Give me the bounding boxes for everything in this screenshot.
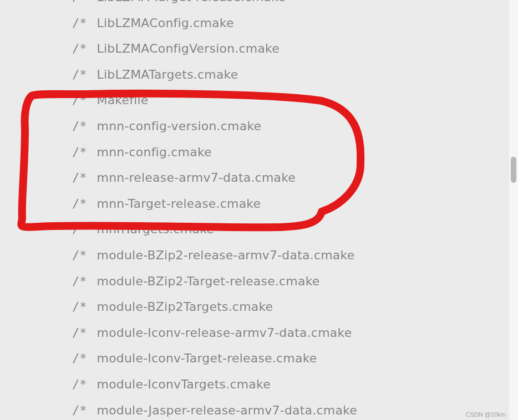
list-marker: /* (72, 248, 87, 264)
list-item: /* Makefile (0, 88, 496, 114)
list-marker: /* (72, 274, 87, 290)
filename-text: LibLZMAConfig.cmake (97, 16, 234, 32)
list-item: /* mnn-config-version.cmake (0, 114, 496, 140)
list-marker: /* (72, 145, 87, 161)
list-marker: /* (72, 196, 87, 212)
list-item: /* module-BZip2-release-armv7-data.cmake (0, 243, 496, 269)
scrollbar-track[interactable] (509, 0, 518, 420)
filename-text: mnn-Target-release.cmake (97, 196, 261, 212)
list-marker: /* (72, 119, 87, 135)
file-list-panel: /* LibLZMA-Target-release.cmake /* LibLZ… (0, 0, 496, 404)
list-marker: /* (72, 222, 87, 238)
filename-text: module-IconvTargets.cmake (97, 377, 271, 393)
list-marker: /* (72, 377, 87, 393)
filename-text: mnn-config-version.cmake (97, 119, 262, 135)
list-item: /* LibLZMA-Target-release.cmake (0, 0, 496, 11)
list-item: /* mnn-Target-release.cmake (0, 191, 496, 217)
list-marker: /* (72, 41, 87, 57)
list-item: /* module-BZip2Targets.cmake (0, 294, 496, 320)
filename-text: module-Jasper-release-armv7-data.cmake (97, 403, 357, 419)
list-marker: /* (72, 325, 87, 341)
list-marker: /* (72, 93, 87, 109)
list-item: /* mnn-release-armv7-data.cmake (0, 165, 496, 191)
list-marker: /* (72, 0, 87, 6)
list-item: /* mnn-config.cmake (0, 140, 496, 166)
filename-text: mnnTargets.cmake (97, 222, 215, 238)
filename-text: module-Iconv-Target-release.cmake (97, 351, 317, 367)
list-marker: /* (72, 403, 87, 419)
filename-text: module-Iconv-release-armv7-data.cmake (97, 325, 352, 341)
list-item: /* module-Jasper-release-armv7-data.cmak… (0, 398, 496, 421)
filename-text: module-BZip2-Target-release.cmake (97, 274, 320, 290)
list-marker: /* (72, 67, 87, 83)
filename-text: module-BZip2-release-armv7-data.cmake (97, 248, 355, 264)
scrollbar-thumb[interactable] (511, 157, 516, 183)
list-item: /* module-Iconv-Target-release.cmake (0, 346, 496, 372)
filename-text: Makefile (97, 93, 149, 109)
list-item: /* LibLZMATargets.cmake (0, 62, 496, 88)
list-marker: /* (72, 16, 87, 32)
filename-text: mnn-config.cmake (97, 145, 212, 161)
list-item: /* module-Iconv-release-armv7-data.cmake (0, 320, 496, 346)
filename-text: mnn-release-armv7-data.cmake (97, 170, 296, 186)
filename-text: LibLZMATargets.cmake (97, 67, 238, 83)
list-item: /* module-BZip2-Target-release.cmake (0, 269, 496, 295)
list-item: /* module-IconvTargets.cmake (0, 372, 496, 398)
filename-text: module-BZip2Targets.cmake (97, 299, 273, 315)
list-marker: /* (72, 351, 87, 367)
filename-text: LibLZMA-Target-release.cmake (97, 0, 286, 6)
list-marker: /* (72, 170, 87, 186)
watermark-text: CSDN @10km (466, 411, 506, 418)
list-marker: /* (72, 299, 87, 315)
file-list: /* LibLZMA-Target-release.cmake /* LibLZ… (0, 0, 496, 420)
filename-text: LibLZMAConfigVersion.cmake (97, 41, 280, 57)
list-item: /* mnnTargets.cmake (0, 217, 496, 243)
list-item: /* LibLZMAConfig.cmake (0, 11, 496, 37)
list-item: /* LibLZMAConfigVersion.cmake (0, 36, 496, 62)
